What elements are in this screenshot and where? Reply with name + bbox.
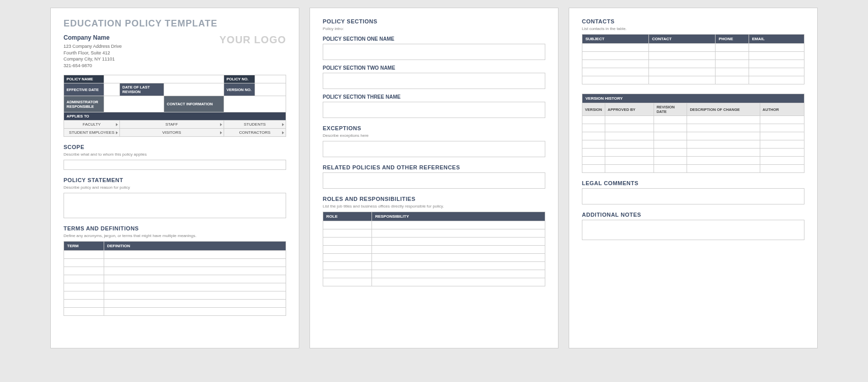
table-cell[interactable] bbox=[716, 68, 749, 76]
table-cell[interactable] bbox=[654, 132, 687, 140]
related-input[interactable] bbox=[323, 172, 545, 189]
table-cell[interactable] bbox=[104, 275, 286, 283]
table-cell[interactable] bbox=[654, 140, 687, 149]
table-cell[interactable] bbox=[582, 157, 605, 165]
table-cell[interactable] bbox=[605, 157, 654, 165]
field-effective-date[interactable] bbox=[104, 83, 119, 96]
table-cell[interactable] bbox=[760, 165, 804, 173]
applies-visitors[interactable]: VISITORS bbox=[119, 129, 224, 137]
table-cell[interactable] bbox=[760, 132, 804, 140]
table-cell[interactable] bbox=[64, 259, 104, 267]
table-cell[interactable] bbox=[749, 76, 804, 84]
table-cell[interactable] bbox=[749, 44, 804, 52]
table-cell[interactable] bbox=[687, 140, 760, 149]
table-cell[interactable] bbox=[749, 68, 804, 76]
table-cell[interactable] bbox=[687, 149, 760, 157]
table-cell[interactable] bbox=[760, 116, 804, 124]
table-cell[interactable] bbox=[582, 52, 649, 60]
table-cell[interactable] bbox=[323, 278, 372, 286]
policy-statement-input[interactable] bbox=[64, 193, 286, 218]
table-cell[interactable] bbox=[654, 149, 687, 157]
table-cell[interactable] bbox=[582, 68, 649, 76]
table-cell[interactable] bbox=[716, 60, 749, 68]
table-cell[interactable] bbox=[582, 124, 605, 132]
table-cell[interactable] bbox=[372, 221, 545, 229]
table-cell[interactable] bbox=[64, 275, 104, 283]
table-cell[interactable] bbox=[760, 149, 804, 157]
table-cell[interactable] bbox=[605, 140, 654, 149]
table-cell[interactable] bbox=[372, 254, 545, 262]
table-cell[interactable] bbox=[64, 300, 104, 308]
field-date-last-rev[interactable] bbox=[164, 83, 224, 96]
table-cell[interactable] bbox=[605, 165, 654, 173]
table-cell[interactable] bbox=[372, 278, 545, 286]
applies-students[interactable]: STUDENTS bbox=[224, 121, 286, 129]
table-cell[interactable] bbox=[654, 124, 687, 132]
table-cell[interactable] bbox=[582, 60, 649, 68]
table-cell[interactable] bbox=[582, 140, 605, 149]
table-cell[interactable] bbox=[104, 259, 286, 267]
applies-contractors[interactable]: CONTRACTORS bbox=[224, 129, 286, 137]
table-cell[interactable] bbox=[687, 124, 760, 132]
table-cell[interactable] bbox=[104, 283, 286, 291]
table-cell[interactable] bbox=[716, 44, 749, 52]
sec2-input[interactable] bbox=[323, 73, 545, 89]
table-cell[interactable] bbox=[654, 116, 687, 124]
table-cell[interactable] bbox=[64, 291, 104, 300]
table-cell[interactable] bbox=[716, 76, 749, 84]
table-cell[interactable] bbox=[323, 262, 372, 270]
table-cell[interactable] bbox=[372, 246, 545, 254]
table-cell[interactable] bbox=[649, 52, 716, 60]
table-cell[interactable] bbox=[582, 44, 649, 52]
table-cell[interactable] bbox=[323, 221, 372, 229]
table-cell[interactable] bbox=[64, 251, 104, 259]
table-cell[interactable] bbox=[64, 283, 104, 291]
sec1-input[interactable] bbox=[323, 44, 545, 60]
field-policy-no[interactable] bbox=[255, 75, 286, 83]
table-cell[interactable] bbox=[605, 132, 654, 140]
table-cell[interactable] bbox=[654, 165, 687, 173]
table-cell[interactable] bbox=[372, 262, 545, 270]
table-cell[interactable] bbox=[372, 238, 545, 246]
table-cell[interactable] bbox=[716, 52, 749, 60]
table-cell[interactable] bbox=[687, 157, 760, 165]
table-cell[interactable] bbox=[749, 52, 804, 60]
table-cell[interactable] bbox=[649, 76, 716, 84]
table-cell[interactable] bbox=[323, 238, 372, 246]
table-cell[interactable] bbox=[104, 308, 286, 316]
table-cell[interactable] bbox=[582, 116, 605, 124]
table-cell[interactable] bbox=[582, 132, 605, 140]
table-cell[interactable] bbox=[582, 165, 605, 173]
table-cell[interactable] bbox=[323, 246, 372, 254]
table-cell[interactable] bbox=[749, 60, 804, 68]
table-cell[interactable] bbox=[323, 270, 372, 278]
field-admin-resp[interactable] bbox=[104, 96, 164, 112]
table-cell[interactable] bbox=[605, 124, 654, 132]
field-version-no[interactable] bbox=[255, 83, 286, 96]
table-cell[interactable] bbox=[323, 254, 372, 262]
table-cell[interactable] bbox=[649, 60, 716, 68]
table-cell[interactable] bbox=[649, 68, 716, 76]
table-cell[interactable] bbox=[605, 116, 654, 124]
scope-input[interactable] bbox=[64, 160, 286, 170]
table-cell[interactable] bbox=[605, 149, 654, 157]
applies-staff[interactable]: STAFF bbox=[119, 121, 224, 129]
table-cell[interactable] bbox=[760, 157, 804, 165]
table-cell[interactable] bbox=[760, 140, 804, 149]
table-cell[interactable] bbox=[323, 229, 372, 238]
sec3-input[interactable] bbox=[323, 102, 545, 118]
field-contact-info[interactable] bbox=[224, 96, 286, 112]
table-cell[interactable] bbox=[372, 229, 545, 238]
applies-student-emp[interactable]: STUDENT EMPLOYEES bbox=[64, 129, 120, 137]
table-cell[interactable] bbox=[687, 132, 760, 140]
table-cell[interactable] bbox=[64, 267, 104, 275]
table-cell[interactable] bbox=[104, 291, 286, 300]
table-cell[interactable] bbox=[654, 157, 687, 165]
notes-input[interactable] bbox=[582, 220, 804, 240]
table-cell[interactable] bbox=[582, 149, 605, 157]
table-cell[interactable] bbox=[649, 44, 716, 52]
table-cell[interactable] bbox=[760, 124, 804, 132]
table-cell[interactable] bbox=[687, 116, 760, 124]
table-cell[interactable] bbox=[372, 270, 545, 278]
table-cell[interactable] bbox=[687, 165, 760, 173]
